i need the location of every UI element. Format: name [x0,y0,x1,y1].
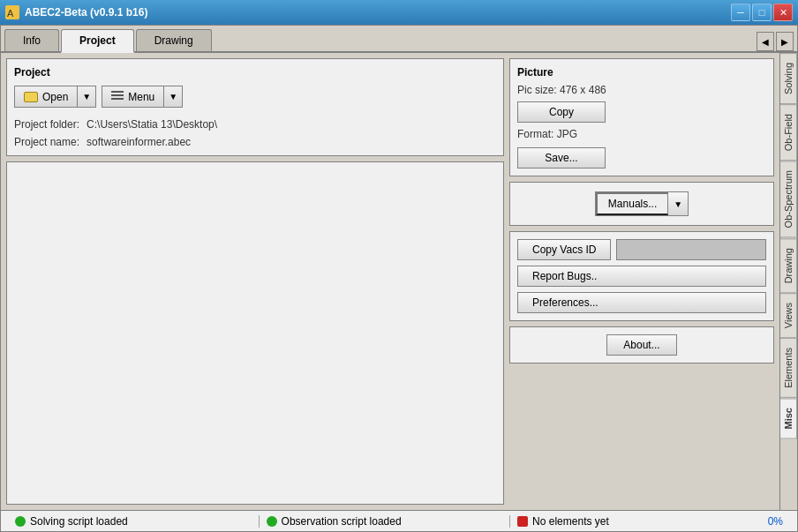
open-split-button[interactable]: Open ▼ [14,86,96,108]
manuals-main-button[interactable]: Manuals... [596,192,668,215]
right-panel: Picture Pic size: 476 x 486 Copy Format:… [509,58,774,505]
folder-value: C:\Users\Statia 13\Desktop\ [87,118,496,131]
svg-rect-2 [111,91,124,93]
name-label: Project name: [14,136,79,148]
picture-box: Picture Pic size: 476 x 486 Copy Format:… [509,58,774,176]
tab-project[interactable]: Project [61,29,134,53]
copy-vacs-row: Copy Vacs ID [517,239,766,260]
status-solving: Solving script loaded [8,515,259,528]
side-tab-ob-field[interactable]: Ob-Field [780,104,797,161]
elements-status-icon [517,516,528,527]
svg-rect-3 [111,94,124,96]
status-percent: 0% [761,515,790,528]
solving-status-text: Solving script loaded [30,515,128,528]
maximize-button[interactable]: □ [752,4,772,21]
close-button[interactable]: ✕ [773,4,793,21]
status-bar: Solving script loaded Observation script… [1,510,797,531]
project-fields: Project folder: C:\Users\Statia 13\Deskt… [14,118,496,148]
about-box: About... [509,326,774,363]
manuals-split-button[interactable]: Manuals... ▼ [595,191,689,216]
side-tab-elements[interactable]: Elements [780,338,797,398]
copy-button[interactable]: Copy [517,101,606,123]
menu-split-button[interactable]: Menu ▼ [102,86,183,108]
tab-bar: Info Project Drawing ◀ ▶ [1,26,797,53]
menu-button-dropdown[interactable]: ▼ [164,86,182,107]
preview-box [6,161,504,505]
tab-scroll-left[interactable]: ◀ [757,32,774,51]
svg-rect-4 [111,98,124,100]
observation-status-text: Observation script loaded [282,515,402,528]
minimize-button[interactable]: ─ [731,4,750,21]
status-observation: Observation script loaded [259,515,510,528]
project-box: Project Open ▼ [6,58,504,156]
tab-info[interactable]: Info [4,29,59,51]
main-window: Info Project Drawing ◀ ▶ Project [0,25,798,532]
vacs-id-display [616,239,766,260]
side-tab-ob-spectrum[interactable]: Ob-Spectrum [780,161,797,237]
folder-label: Project folder: [14,118,79,131]
menu-button-main[interactable]: Menu [102,86,164,107]
tab-scroll-right[interactable]: ▶ [776,32,794,51]
open-button-dropdown[interactable]: ▼ [78,86,95,107]
window-controls: ─ □ ✕ [731,4,793,21]
tab-scroll-arrows: ◀ ▶ [757,32,794,51]
folder-icon [24,92,38,102]
side-tabs: Solving Ob-Field Ob-Spectrum Drawing Vie… [779,53,797,510]
title-bar: A ABEC2-Beta (v0.9.1 b16) ─ □ ✕ [0,0,798,25]
left-panel: Project Open ▼ [6,58,504,505]
menu-icon [111,90,124,103]
observation-status-icon [267,516,277,527]
open-button-main[interactable]: Open [15,86,78,107]
preferences-button[interactable]: Preferences... [517,292,766,313]
elements-status-text: No elements yet [532,515,609,528]
side-tab-drawing[interactable]: Drawing [780,238,797,293]
project-box-title: Project [14,66,496,79]
save-button[interactable]: Save... [517,147,606,169]
content-wrapper: Project Open ▼ [1,53,797,510]
side-tab-views[interactable]: Views [780,293,797,338]
manuals-box: Manuals... ▼ [509,182,774,226]
pic-size: Pic size: 476 x 486 [517,84,766,96]
app-icon: A [5,5,19,19]
manuals-dropdown-arrow[interactable]: ▼ [668,192,688,215]
tab-drawing[interactable]: Drawing [136,29,212,51]
copy-vacs-button[interactable]: Copy Vacs ID [517,239,611,260]
side-tab-solving[interactable]: Solving [780,53,797,104]
side-tab-misc[interactable]: Misc [780,398,797,438]
app-title: ABEC2-Beta (v0.9.1 b16) [25,6,731,19]
misc-box: Copy Vacs ID Report Bugs.. Preferences..… [509,231,774,321]
solving-status-icon [15,516,26,527]
project-toolbar: Open ▼ [14,86,496,108]
about-button[interactable]: About... [606,334,677,356]
picture-title: Picture [517,66,766,79]
content-area: Project Open ▼ [1,53,779,510]
name-value: softwareinformer.abec [87,136,496,148]
svg-text:A: A [7,8,14,19]
pic-format: Format: JPG [517,128,766,140]
report-bugs-button[interactable]: Report Bugs.. [517,266,766,287]
status-elements: No elements yet [509,515,761,528]
